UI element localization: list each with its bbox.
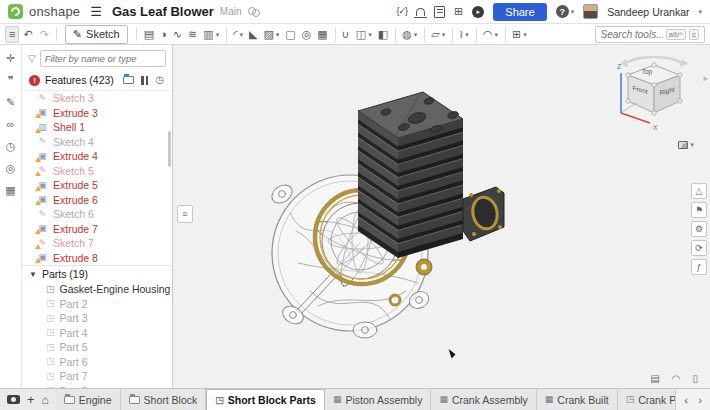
comments-icon[interactable]: ❞	[8, 75, 14, 86]
feature-item[interactable]: ✎ Sketch 5	[22, 164, 172, 179]
draft-tool[interactable]: ▨ ▾	[260, 27, 282, 42]
cube-top-label[interactable]: Top	[642, 68, 653, 76]
named-views-icon[interactable]: ⚑	[691, 202, 707, 218]
feature-item[interactable]: ▣ Extrude 8	[22, 251, 172, 266]
boolean-tool[interactable]: ∪	[335, 27, 353, 42]
document-link-icon[interactable]	[248, 7, 259, 16]
feature-list-toggle-button[interactable]: ≡	[5, 26, 19, 43]
frame-tool[interactable]: ⊞ ▾	[505, 27, 530, 42]
share-button[interactable]: Share	[493, 3, 546, 21]
suspend-rebuild-icon[interactable]	[141, 76, 148, 85]
document-tab[interactable]: ▦ Crank Built	[537, 389, 618, 410]
document-tab[interactable]: ▦ Crank Assembly	[431, 389, 536, 410]
main-menu-icon[interactable]: ☰	[90, 4, 102, 19]
feature-item[interactable]: ✎ Sketch 4	[22, 135, 172, 150]
feature-item[interactable]: ▣ Extrude 3	[22, 106, 172, 121]
chevron-down-icon[interactable]: ▾	[494, 31, 498, 38]
notes-icon[interactable]: ✎	[6, 97, 15, 108]
feature-item[interactable]: ▣ Extrude 4	[22, 149, 172, 164]
capture-icon[interactable]	[7, 395, 20, 404]
chevron-down-icon[interactable]: ▾	[414, 31, 418, 38]
notifications-bell-icon[interactable]	[416, 8, 425, 16]
surface-tool[interactable]: ◠ ▾	[476, 27, 501, 42]
pattern-tool[interactable]: ▦	[314, 27, 330, 42]
document-tab[interactable]: ◳ Short Block Parts	[206, 389, 325, 410]
feature-item[interactable]: ▣ Extrude 6	[22, 193, 172, 208]
chevron-down-icon[interactable]: ▾	[216, 31, 220, 38]
follow-mode-icon[interactable]: ✛	[6, 53, 15, 64]
next-tabs-button[interactable]: ›	[694, 394, 706, 406]
chevron-down-icon[interactable]: ▾	[368, 31, 372, 38]
view-cube[interactable]: Top Front Right Z X	[612, 51, 696, 139]
feature-item[interactable]: ▣ Extrude 5	[22, 178, 172, 193]
undo-button[interactable]: ↶	[20, 27, 35, 42]
feature-item[interactable]: ✎ Sketch 7	[22, 236, 172, 251]
search-tools-box[interactable]: alt/^ c	[595, 26, 705, 43]
part-item[interactable]: ◳ Part 7	[22, 369, 172, 384]
workspace-label[interactable]: Main	[220, 6, 242, 17]
print-icon[interactable]: ▤	[650, 374, 659, 384]
chevron-down-icon[interactable]: ▾	[239, 31, 243, 38]
user-avatar[interactable]	[583, 4, 598, 19]
prev-tabs-button[interactable]: ‹	[680, 394, 692, 406]
learning-center-icon[interactable]: ▸	[472, 6, 484, 18]
document-tab[interactable]: ◳ Crank Parts	[618, 389, 675, 410]
chevron-down-icon[interactable]: ▾	[523, 31, 527, 38]
sweep-tool[interactable]: ∿	[170, 27, 185, 42]
search-icon[interactable]: ◎	[6, 163, 16, 174]
user-name[interactable]: Sandeep Urankar	[607, 6, 689, 18]
document-tab[interactable]: Short Block	[121, 389, 207, 410]
configuration-panel-icon[interactable]: ⚙	[691, 221, 707, 237]
graphics-viewport[interactable]: Top Front Right Z X ▾ ▸ △ ⚑ ⚙	[173, 45, 710, 388]
app-store-icon[interactable]: ⊞	[454, 6, 463, 17]
part-item[interactable]: ◳ Part 3	[22, 311, 172, 326]
document-tab[interactable]: Engine	[56, 389, 121, 410]
part-item[interactable]: ◳ Part 4	[22, 326, 172, 341]
rollback-icon[interactable]: ◷	[155, 75, 164, 85]
filter-input[interactable]	[40, 50, 166, 67]
sketch-button[interactable]: ✎ Sketch	[65, 25, 128, 44]
help-icon[interactable]: ?	[556, 5, 569, 18]
help-menu[interactable]: ? ▾	[556, 5, 575, 18]
user-menu-caret-icon[interactable]: ▾	[698, 8, 702, 16]
dome-icon[interactable]: ◠	[672, 374, 681, 384]
mirror-tool[interactable]: ◫ ▾	[353, 27, 375, 42]
chevron-down-icon[interactable]: ▾	[276, 31, 280, 38]
tables-icon[interactable]: ▦	[5, 185, 15, 196]
feature-item[interactable]: ▥ Shell 1	[22, 120, 172, 135]
feature-item[interactable]: ▣ Extrude 7	[22, 222, 172, 237]
custom-features-icon[interactable]: {✓}	[397, 7, 408, 16]
appearance-panel-icon[interactable]: △	[691, 183, 707, 199]
sheet-metal-tool[interactable]: ▱ ▾	[424, 27, 448, 42]
search-tools-input[interactable]	[601, 29, 663, 40]
redo-button[interactable]: ↷	[37, 27, 52, 42]
extrude-tool[interactable]: ▤	[141, 27, 157, 42]
revolve-tool[interactable]: ◑	[157, 27, 170, 42]
chamfer-tool[interactable]: ◣	[246, 27, 260, 42]
part-item[interactable]: ◳ Gasket-Engine Housing	[22, 282, 172, 297]
feature-item[interactable]: ✎ Sketch 6	[22, 207, 172, 222]
loft-tool[interactable]: ≋	[185, 27, 200, 42]
display-options-button[interactable]: ▾	[678, 141, 694, 149]
part-item[interactable]: ◳ Part 8	[22, 384, 172, 389]
curve-tool[interactable]: ≀ ▾	[452, 27, 472, 42]
fillet-tool[interactable]: ◜ ▾	[226, 27, 246, 42]
insert-folder-icon[interactable]	[123, 76, 134, 84]
feature-list-scrollbar[interactable]	[168, 131, 171, 167]
split-tool[interactable]: ◧	[375, 27, 391, 42]
chevron-down-icon[interactable]: ▾	[465, 31, 469, 38]
feature-item[interactable]: ✎ Sketch 3	[22, 91, 172, 106]
collapse-feature-panel-button[interactable]: ≡	[177, 205, 193, 223]
part-item[interactable]: ◳ Part 6	[22, 355, 172, 370]
thicken-tool[interactable]: ▥ ▾	[200, 27, 222, 42]
appearance-tool[interactable]: ◍ ▾	[395, 27, 420, 42]
featurescript-notices-icon[interactable]: ƒ	[691, 259, 707, 275]
home-icon[interactable]: ⌂	[42, 394, 49, 406]
parts-section-header[interactable]: ▼ Parts (19)	[22, 265, 172, 282]
document-tab[interactable]: ▦ Piston Assembly	[325, 389, 432, 410]
release-management-icon[interactable]	[434, 6, 445, 18]
hole-tool[interactable]: ◎	[299, 27, 315, 42]
part-item[interactable]: ◳ Part 5	[22, 340, 172, 355]
right-panel-expander-icon[interactable]: ▸	[703, 73, 708, 83]
sync-panel-icon[interactable]: ⟳	[691, 240, 707, 256]
